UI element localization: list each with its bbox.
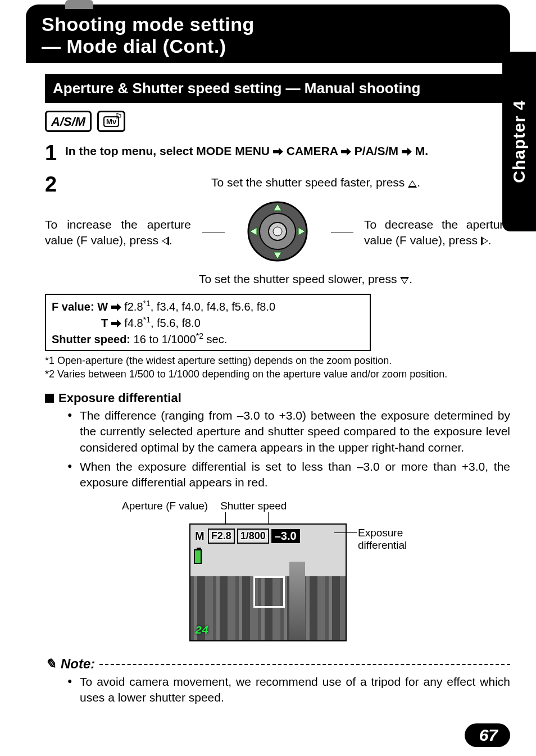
header-tab-decoration: [65, 0, 93, 9]
step-2-down-text: To set the shutter speed slower, press .: [101, 272, 510, 286]
my-flag-icon: ⚐: [115, 112, 122, 121]
footnote-1: *1 Open-aperture (the widest aperture se…: [45, 354, 510, 367]
step-1: 1 In the top menu, select MODE MENU CAME…: [45, 141, 510, 163]
section-heading: Aperture & Shutter speed setting — Manua…: [45, 74, 510, 103]
leader-line: [268, 512, 269, 523]
note-label: Note:: [61, 656, 95, 672]
step-2-up-text: To set the shutter speed faster, press .: [121, 175, 510, 190]
osd-bar: M F2.8 1/800 –3.0: [194, 528, 342, 545]
triangle-up-icon: [408, 180, 417, 188]
leader-line: [331, 233, 353, 233]
osd-mode: M: [194, 529, 206, 543]
page-number: 67: [465, 723, 510, 747]
page-title-line1: Shooting mode setting: [42, 13, 255, 35]
chapter-side-label: Chapter 4: [510, 100, 529, 183]
monitor-building: [289, 562, 305, 640]
arrow-right-icon: [111, 303, 121, 311]
osd-frame-count: 24: [195, 624, 208, 637]
triangle-left-icon: [162, 236, 169, 245]
battery-icon: [194, 549, 202, 564]
footnote-2: *2 Varies between 1/500 to 1/1000 depend…: [45, 368, 510, 381]
footnotes: *1 Open-aperture (the widest aperture se…: [45, 354, 510, 381]
note-bullets: To avoid camera movement, we recommend u…: [45, 674, 510, 706]
arrow-right-icon: [273, 148, 283, 156]
leader-line: [334, 532, 357, 533]
step-2-header: 2 To set the shutter speed faster, press…: [45, 172, 510, 195]
triangle-down-icon: [400, 277, 409, 284]
osd-exposure-diff: –3.0: [271, 529, 300, 543]
exposure-bullets: The difference (ranging from –3.0 to +3.…: [45, 408, 510, 491]
bullet-1: The difference (ranging from –3.0 to +3.…: [67, 408, 510, 456]
mode-my-inner: Mv ⚐: [103, 116, 119, 127]
step-1-number: 1: [45, 142, 65, 163]
osd-aperture: F2.8: [208, 529, 235, 544]
mode-my-icon: Mv ⚐: [97, 111, 125, 132]
dpad-icon: [247, 201, 308, 262]
step-2-left-text: To increase the aperture value (F value)…: [45, 217, 191, 249]
arrow-right-icon: [341, 148, 351, 156]
subheading-exposure: Exposure differential: [45, 391, 510, 406]
figure-monitor: Aperture (F value) Shutter speed M F2.8 …: [111, 500, 425, 641]
triangle-right-icon: [481, 236, 488, 245]
page-header: Shooting mode setting — Mode dial (Cont.…: [26, 4, 510, 63]
mode-asm-icon: A/S/M: [45, 111, 92, 132]
step-1-text: In the top menu, select MODE MENU CAMERA…: [65, 141, 510, 159]
step-2-number: 2: [45, 174, 65, 195]
pencil-icon: ✎: [45, 656, 56, 672]
page-title: Shooting mode setting — Mode dial (Cont.…: [26, 4, 510, 63]
values-line-1: F value: W f2.8*1, f3.4, f4.0, f4.8, f5.…: [52, 298, 364, 315]
focus-bracket-br: [265, 588, 285, 608]
figure-aperture-label: Aperture (F value): [122, 500, 208, 512]
step-2-right-text: To decrease the aperture value (F value)…: [364, 217, 510, 249]
figure-exposure-label: Exposure differential: [358, 527, 431, 553]
figure-shutter-label: Shutter speed: [220, 500, 287, 512]
figure-top-labels: Aperture (F value) Shutter speed: [122, 500, 425, 512]
mode-indicator-row: A/S/M Mv ⚐: [45, 111, 536, 132]
arrow-right-icon: [111, 320, 121, 327]
dpad-illustration: [235, 201, 320, 265]
values-line-2: T f4.8*1, f5.6, f8.0: [52, 315, 364, 331]
note-dash-line: [99, 664, 510, 665]
leader-line: [202, 233, 225, 233]
page-title-line2: — Mode dial (Cont.): [42, 35, 226, 57]
monitor-preview: M F2.8 1/800 –3.0 24: [189, 523, 347, 641]
osd-shutter: 1/800: [237, 529, 269, 544]
values-line-3: Shutter speed: 16 to 1/1000*2 sec.: [52, 331, 364, 347]
arrow-right-icon: [402, 148, 412, 156]
square-bullet-icon: [45, 394, 54, 403]
svg-point-3: [273, 227, 282, 236]
note-heading: ✎ Note:: [45, 656, 510, 672]
leader-line: [225, 512, 226, 523]
bullet-2: When the exposure differential is set to…: [67, 459, 510, 491]
note-bullet-1: To avoid camera movement, we recommend u…: [67, 674, 510, 706]
step-2-diagram: To increase the aperture value (F value)…: [45, 201, 510, 286]
values-box: F value: W f2.8*1, f3.4, f4.0, f4.8, f5.…: [45, 294, 371, 351]
